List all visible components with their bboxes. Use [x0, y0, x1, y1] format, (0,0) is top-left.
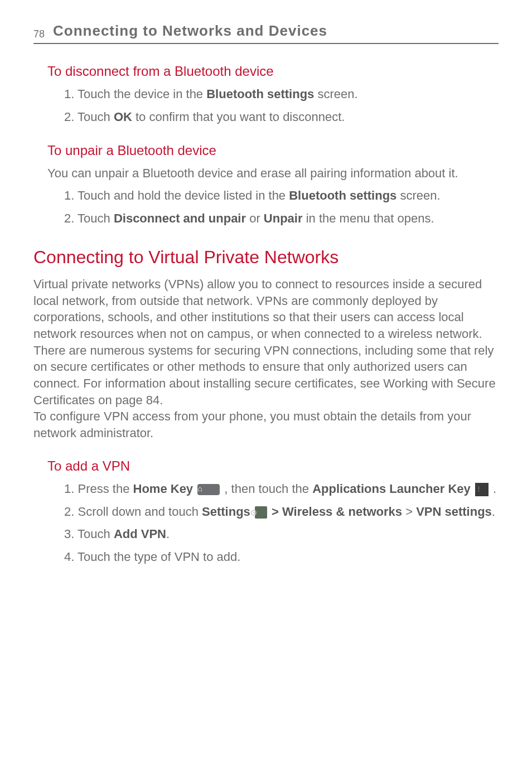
text: , then touch the — [221, 482, 312, 496]
list-item: 3. Touch Add VPN. — [64, 526, 499, 543]
settings-icon — [255, 506, 267, 519]
text: 2. Touch — [64, 110, 114, 124]
section-addvpn-heading: To add a VPN — [47, 458, 499, 474]
section-vpn-heading: Connecting to Virtual Private Networks — [33, 247, 499, 268]
list-item: 2. Scroll down and touch Settings > Wire… — [64, 503, 499, 521]
text: 1. Press the — [64, 482, 133, 496]
text: 1. Touch the device in the — [64, 87, 206, 101]
bold-text: Bluetooth settings — [289, 188, 396, 202]
list-item: 1. Touch and hold the device listed in t… — [64, 187, 499, 205]
paragraph: Virtual private networks (VPNs) allow yo… — [33, 276, 499, 342]
text: or — [246, 211, 264, 225]
launcher-key-icon — [475, 483, 489, 496]
section-unpair-heading: To unpair a Bluetooth device — [47, 143, 499, 158]
text: 1. Touch and hold the device listed in t… — [64, 188, 289, 202]
bold-text: Applications Launcher Key — [312, 482, 471, 496]
bold-text: Wireless & networks — [282, 505, 402, 519]
text: to confirm that you want to disconnect. — [132, 110, 345, 124]
text: . — [492, 505, 495, 519]
list-item: 1. Touch the device in the Bluetooth set… — [64, 86, 499, 103]
bold-text: Unpair — [264, 211, 303, 225]
bold-text: Settings — [202, 505, 250, 519]
paragraph: To configure VPN access from your phone,… — [33, 408, 499, 441]
home-key-icon — [197, 484, 220, 495]
text: 3. Touch — [64, 527, 114, 541]
list-item: 4. Touch the type of VPN to add. — [64, 549, 499, 566]
text: in the menu that opens. — [303, 211, 434, 225]
text: . — [490, 482, 496, 496]
text: screen. — [314, 87, 357, 101]
bold-text: Disconnect and unpair — [114, 211, 246, 225]
text: 2. Touch — [64, 211, 114, 225]
bold-text: VPN settings — [416, 505, 492, 519]
bold-text: Home Key — [133, 482, 194, 496]
section-disconnect-heading: To disconnect from a Bluetooth device — [47, 64, 499, 79]
text: . — [166, 527, 170, 541]
text: > — [268, 505, 282, 519]
list-item: 2. Touch OK to confirm that you want to … — [64, 109, 499, 126]
text: > — [402, 505, 416, 519]
page-number: 78 — [33, 28, 45, 40]
list-item: 2. Touch Disconnect and unpair or Unpair… — [64, 210, 499, 227]
paragraph: You can unpair a Bluetooth device and er… — [47, 165, 499, 182]
bold-text: Add VPN — [114, 527, 166, 541]
bold-text: OK — [114, 110, 132, 124]
page-header: 78 Connecting to Networks and Devices — [33, 22, 499, 44]
list-item: 1. Press the Home Key , then touch the A… — [64, 481, 499, 498]
text: screen. — [396, 188, 440, 202]
header-title: Connecting to Networks and Devices — [53, 22, 327, 40]
text: 2. Scroll down and touch — [64, 505, 202, 519]
paragraph: There are numerous systems for securing … — [33, 342, 499, 409]
bold-text: Bluetooth settings — [206, 87, 314, 101]
